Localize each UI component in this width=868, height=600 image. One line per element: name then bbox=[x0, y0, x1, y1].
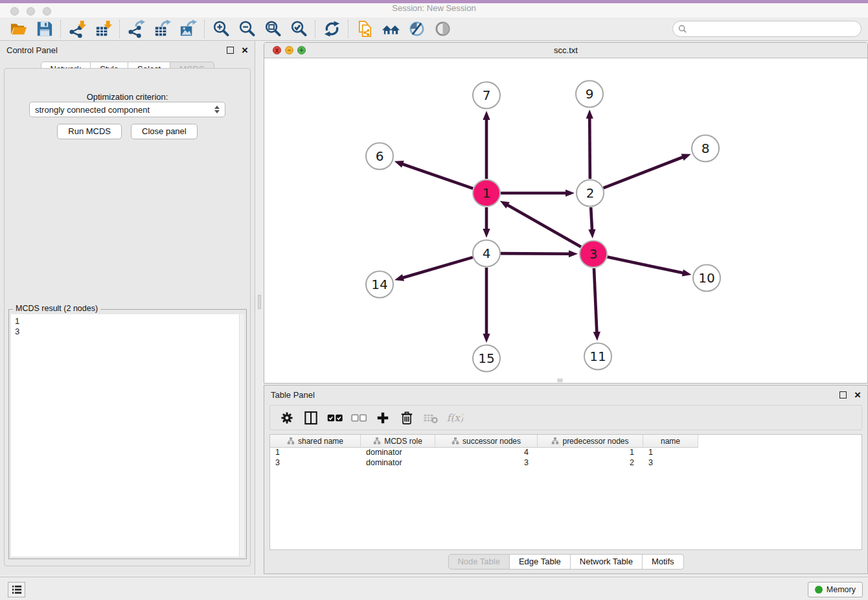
import-network-button[interactable] bbox=[64, 19, 90, 40]
zoom-in-button[interactable] bbox=[208, 19, 234, 40]
tab-network-table[interactable]: Network Table bbox=[571, 554, 643, 570]
graph-node-14[interactable]: 14 bbox=[366, 271, 393, 298]
graph-node-2[interactable]: 2 bbox=[577, 180, 604, 207]
column-tree-icon bbox=[373, 436, 381, 444]
export-network-button[interactable] bbox=[123, 19, 149, 40]
edge-3-10[interactable] bbox=[608, 257, 684, 273]
tab-edge-table[interactable]: Edge Table bbox=[510, 554, 571, 570]
task-history-button[interactable] bbox=[8, 582, 25, 597]
vizmapper-button[interactable] bbox=[404, 19, 429, 40]
run-mcds-button[interactable]: Run MCDS bbox=[57, 124, 122, 139]
deselect-all-button[interactable] bbox=[350, 409, 368, 427]
column-header-successor-nodes[interactable]: successor nodes bbox=[435, 435, 538, 448]
graph-node-9[interactable]: 9 bbox=[576, 81, 603, 108]
network-from-selection-button[interactable] bbox=[352, 19, 378, 40]
tab-node-table[interactable]: Node Table bbox=[448, 554, 510, 570]
node-table[interactable]: shared nameMCDS rolesuccessor nodesprede… bbox=[269, 434, 862, 550]
close-panel-icon[interactable]: × bbox=[242, 47, 248, 54]
graph-node-1[interactable]: 1 bbox=[473, 180, 500, 207]
graph-node-10[interactable]: 10 bbox=[693, 265, 720, 292]
delete-column-button[interactable] bbox=[398, 409, 416, 427]
edge-2-8[interactable] bbox=[604, 157, 684, 188]
close-panel-button[interactable]: Close panel bbox=[131, 124, 198, 139]
graph-node-11[interactable]: 11 bbox=[584, 343, 611, 370]
control-panel: Control Panel × NetworkStyleSelectMCDS O… bbox=[0, 41, 255, 575]
graph-node-4[interactable]: 4 bbox=[473, 240, 500, 267]
zoom-out-button[interactable] bbox=[234, 19, 260, 40]
cell-shared-name[interactable]: 1 bbox=[270, 448, 361, 458]
memory-button[interactable]: Memory bbox=[808, 582, 863, 597]
optimization-criterion-select[interactable]: strongly connected component bbox=[29, 102, 225, 117]
table-row[interactable]: 3dominator323 bbox=[270, 458, 862, 468]
edge-4-14[interactable] bbox=[402, 257, 473, 278]
svg-text:9: 9 bbox=[586, 86, 594, 102]
table-row[interactable]: 1dominator411 bbox=[270, 448, 862, 458]
svg-text:2: 2 bbox=[586, 185, 595, 201]
float-panel-icon[interactable] bbox=[227, 47, 234, 54]
edge-arrowhead bbox=[593, 332, 600, 341]
cell-MCDS-role[interactable]: dominator bbox=[361, 448, 435, 458]
cell-successor-nodes[interactable]: 4 bbox=[435, 448, 538, 458]
column-header-name[interactable]: name bbox=[643, 435, 698, 448]
cell-predecessor-nodes[interactable]: 1 bbox=[538, 448, 643, 458]
column-header-MCDS-role[interactable]: MCDS role bbox=[361, 435, 435, 448]
cell-name[interactable]: 1 bbox=[643, 448, 698, 458]
table-options-button[interactable] bbox=[278, 409, 296, 427]
edge-4-3[interactable] bbox=[501, 253, 570, 254]
splitpane-handle[interactable] bbox=[258, 295, 261, 309]
edge-3-1[interactable] bbox=[507, 205, 581, 247]
zoom-selected-button[interactable] bbox=[286, 19, 312, 40]
export-table-button[interactable] bbox=[149, 19, 175, 40]
close-table-panel-icon[interactable]: × bbox=[854, 391, 861, 398]
edge-2-3[interactable] bbox=[591, 207, 592, 231]
column-header-predecessor-nodes[interactable]: predecessor nodes bbox=[538, 435, 643, 448]
network-graph[interactable]: 1234678910111415 bbox=[264, 58, 867, 383]
edge-1-6[interactable] bbox=[402, 164, 473, 189]
graph-node-7[interactable]: 7 bbox=[473, 82, 500, 109]
canvas-scroll-thumb[interactable] bbox=[557, 378, 563, 382]
network-canvas[interactable]: 1234678910111415 bbox=[264, 58, 867, 383]
clone-network-icon bbox=[356, 19, 374, 38]
column-tree-icon bbox=[451, 436, 459, 444]
export-image-button[interactable] bbox=[175, 19, 201, 40]
cell-name[interactable]: 3 bbox=[643, 458, 698, 468]
import-table-button[interactable] bbox=[90, 19, 116, 40]
svg-text:7: 7 bbox=[483, 87, 491, 103]
float-table-panel-icon[interactable] bbox=[839, 391, 847, 398]
show-columns-button[interactable] bbox=[302, 409, 320, 427]
import-table-icon bbox=[94, 19, 113, 38]
edge-3-11[interactable] bbox=[594, 268, 597, 333]
cell-shared-name[interactable]: 3 bbox=[270, 458, 361, 468]
search-box[interactable] bbox=[672, 21, 862, 37]
cell-predecessor-nodes[interactable]: 2 bbox=[538, 458, 643, 468]
edge-arrowhead bbox=[682, 270, 692, 277]
memory-label: Memory bbox=[827, 585, 856, 594]
edge-2-9[interactable] bbox=[589, 117, 590, 179]
table-toolbar: f(x) bbox=[269, 405, 862, 430]
network-window-titlebar[interactable]: x – + scc.txt bbox=[264, 43, 867, 58]
select-all-button[interactable] bbox=[326, 409, 344, 427]
cell-successor-nodes[interactable]: 3 bbox=[435, 458, 538, 468]
edge-arrowhead bbox=[394, 161, 404, 168]
add-column-button[interactable] bbox=[374, 409, 392, 427]
graph-node-3[interactable]: 3 bbox=[580, 241, 607, 268]
result-scrollbar[interactable] bbox=[239, 314, 244, 557]
graph-node-6[interactable]: 6 bbox=[366, 143, 393, 170]
tab-motifs[interactable]: Motifs bbox=[643, 554, 684, 570]
svg-text:3: 3 bbox=[589, 246, 598, 262]
graph-node-15[interactable]: 15 bbox=[473, 345, 500, 372]
cell-MCDS-role[interactable]: dominator bbox=[361, 458, 435, 468]
column-header-shared-name[interactable]: shared name bbox=[270, 435, 361, 448]
search-input[interactable] bbox=[690, 25, 856, 34]
mcds-result-text[interactable]: 1 3 bbox=[11, 314, 244, 557]
zoom-in-icon bbox=[212, 19, 231, 38]
open-session-button[interactable] bbox=[5, 19, 31, 40]
select-all-icon bbox=[326, 410, 343, 426]
apply-layout-button[interactable] bbox=[378, 19, 404, 40]
hide-panel-button[interactable] bbox=[429, 19, 455, 40]
zoom-fit-button[interactable] bbox=[260, 19, 286, 40]
save-session-button[interactable] bbox=[31, 19, 57, 40]
fx-icon: f(x) bbox=[446, 410, 463, 426]
graph-node-8[interactable]: 8 bbox=[692, 135, 719, 162]
refresh-button[interactable] bbox=[319, 19, 345, 40]
